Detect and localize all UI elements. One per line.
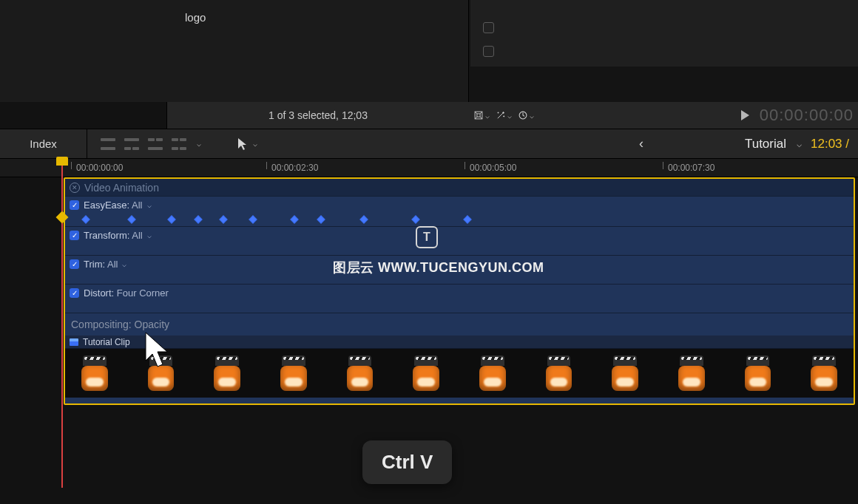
chevron-down-icon: ⌵ (530, 112, 534, 120)
crop-tool-button[interactable]: ⌵ (473, 107, 490, 123)
clip-appearance-1[interactable] (101, 138, 115, 150)
timeline-project-title[interactable]: Tutorial (745, 137, 786, 151)
timeline-title-area: Tutorial ⌵ 12:03 / (745, 137, 849, 151)
track-label: Transform: All (84, 230, 143, 241)
clip-thumbnail (347, 355, 374, 391)
track-enabled-checkbox[interactable]: ✓ (70, 231, 79, 240)
clip-thumbnail (280, 355, 307, 391)
chevron-down-icon[interactable]: ⌵ (122, 260, 126, 268)
animation-track: ✓EasyEase: All⌵ (65, 197, 854, 227)
chevron-down-icon[interactable]: ⌵ (147, 231, 152, 239)
browser-item-label[interactable]: logo (185, 11, 206, 24)
keyframe-diamond[interactable] (290, 215, 298, 223)
keyboard-shortcut-overlay: Ctrl V (362, 440, 452, 484)
animation-track: ✓Transform: All⌵ (65, 227, 854, 256)
pointer-icon (237, 137, 249, 151)
track-label: EasyEase: All (84, 200, 143, 211)
chevron-down-icon: ⌵ (253, 140, 257, 148)
track-enabled-checkbox[interactable]: ✓ (70, 288, 79, 298)
retime-tool-button[interactable]: ⌵ (518, 107, 534, 123)
svg-rect-1 (477, 114, 480, 117)
video-animation-header: ✕ Video Animation (65, 179, 854, 197)
track-enabled-checkbox[interactable]: ✓ (70, 259, 79, 269)
keyframe-diamond[interactable] (359, 215, 368, 223)
clip-thumbnail (745, 355, 771, 391)
chevron-down-icon: ⌵ (507, 112, 512, 120)
time-ruler[interactable]: 00:00:00:0000:00:02:3000:00:05:0000:00:0… (0, 158, 858, 177)
clip-thumbnail (413, 355, 439, 391)
timeline-index-button[interactable]: Index (0, 129, 87, 159)
svg-point-8 (498, 112, 499, 113)
track-enabled-checkbox[interactable]: ✓ (70, 200, 79, 210)
chevron-down-icon[interactable]: ⌵ (197, 140, 201, 148)
keyframe-diamond[interactable] (249, 215, 257, 223)
play-button[interactable] (741, 110, 749, 120)
clip-thumbnail (612, 355, 638, 391)
viewer-play-area: 00:00:00:00 (741, 102, 858, 129)
clip-title: Tutorial Clip (83, 337, 130, 347)
ruler-tick: 00:00:07:30 (663, 159, 715, 177)
clip-thumbnail (811, 355, 837, 391)
clip-title-bar: Tutorial Clip (65, 336, 854, 349)
cursor-arrow (142, 331, 172, 370)
viewer-timecode: 00:00:00:00 (760, 106, 854, 125)
keyframe-diamond[interactable] (127, 215, 135, 223)
inspector-checkbox-2[interactable] (483, 46, 494, 57)
browser-panel: logo (0, 0, 469, 102)
keyframe-diamond[interactable] (463, 215, 471, 223)
ruler-tick: 00:00:00:00 (71, 159, 123, 177)
clip-thumbnail (546, 355, 572, 391)
clip-appearance-2[interactable] (124, 138, 139, 150)
ruler-tick: 00:00:05:00 (465, 159, 516, 177)
svg-point-9 (504, 116, 504, 117)
playhead-handle[interactable] (56, 157, 68, 166)
clip-appearance-4[interactable] (172, 138, 186, 150)
animation-track-header[interactable]: ✓Transform: All⌵ (65, 227, 854, 243)
video-animation-title: Video Animation (84, 182, 159, 194)
animation-track: ✓Distort: Four Corner (65, 285, 854, 313)
svg-line-6 (498, 113, 503, 118)
selection-status: 1 of 3 selected, 12;03 (167, 102, 469, 129)
compositing-opacity-label[interactable]: Compositing: Opacity (65, 313, 854, 336)
wand-icon (496, 108, 506, 123)
close-icon[interactable]: ✕ (70, 183, 80, 193)
chevron-down-icon: ⌵ (485, 112, 490, 120)
inspector-panel (470, 0, 858, 67)
clip-thumbnail (81, 355, 108, 391)
animation-track-header[interactable]: ✓Distort: Four Corner (65, 285, 854, 301)
clip-icon (70, 338, 78, 346)
chevron-down-icon[interactable]: ⌵ (147, 201, 152, 209)
clip-thumbnail (479, 355, 506, 391)
clip-thumbnail (214, 355, 240, 391)
keyframe-diamond[interactable] (194, 215, 202, 223)
track-label: Distort: Four Corner (84, 287, 169, 299)
keyframe-diamond[interactable] (317, 215, 325, 223)
timeline-toolbar: Index ⌵ ⌵ ‹ Tutorial ⌵ 12:03 / (0, 129, 858, 158)
video-animation-panel: ✕ Video Animation ✓EasyEase: All⌵✓Transf… (64, 177, 855, 405)
keyframe-diamond[interactable] (219, 215, 227, 223)
keyframe-diamond[interactable] (81, 215, 89, 223)
animation-track-header[interactable]: ✓EasyEase: All⌵ (65, 197, 854, 213)
clip-appearance-3[interactable] (148, 138, 163, 150)
keyframe-row[interactable] (65, 213, 854, 226)
keyframe-diamond[interactable] (167, 215, 175, 223)
keyframe-diamond[interactable] (411, 215, 419, 223)
viewer-toolbar: 1 of 3 selected, 12;03 ⌵ ⌵ ⌵ 00:00:0 (0, 102, 858, 129)
inspector-checkbox-1[interactable] (483, 22, 494, 33)
retime-icon (518, 108, 528, 123)
crop-icon (473, 108, 484, 123)
clip-thumbnail-strip[interactable] (65, 349, 854, 398)
enhance-tool-button[interactable]: ⌵ (496, 107, 512, 123)
select-tool-button[interactable]: ⌵ (237, 137, 257, 151)
text-tool-badge: T (416, 226, 438, 248)
watermark-text: 图层云 WWW.TUCENGYUN.COM (333, 259, 544, 276)
clip-thumbnail (678, 355, 705, 391)
clip-appearance-buttons: ⌵ (87, 138, 214, 150)
timeline-history-back[interactable]: ‹ (639, 136, 644, 151)
browser-inspector-area: logo (0, 0, 858, 102)
timeline-timecode: 12:03 / (811, 137, 849, 151)
track-label: Trim: All (84, 259, 118, 270)
viewer-transform-tools: ⌵ ⌵ ⌵ (473, 102, 534, 129)
browser-panel-footer (0, 102, 167, 129)
chevron-down-icon[interactable]: ⌵ (797, 139, 802, 149)
